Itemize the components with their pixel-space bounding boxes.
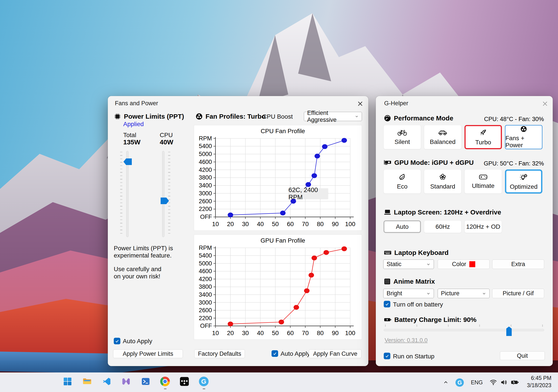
gpu-mode-heading-label: GPU Mode: iGPU + dGPU	[394, 159, 474, 166]
g-helper-button[interactable]: G	[198, 375, 210, 388]
leaf-icon	[398, 173, 406, 181]
keyboard-color-button[interactable]: Color	[438, 259, 489, 269]
wifi-icon	[489, 379, 497, 386]
vscode-button[interactable]	[101, 375, 113, 388]
g-helper-tray-button[interactable]: G	[455, 378, 464, 387]
mode-button-fans-power[interactable]: Fans + Power	[505, 125, 542, 149]
powershell-button[interactable]	[140, 375, 152, 388]
keyboard-mode-dropdown[interactable]: Static	[383, 259, 434, 269]
time-label: 6:45 PM	[527, 375, 551, 382]
visual-studio-button[interactable]	[120, 375, 132, 388]
file-explorer-button[interactable]	[81, 375, 93, 388]
keyboard-extra-button[interactable]: Extra	[492, 259, 544, 269]
gpu-button-standard[interactable]: Standard	[424, 169, 462, 194]
slider-track[interactable]	[384, 329, 544, 331]
anime-matrix-heading: Anime Matrix	[384, 278, 435, 285]
tray-chevron-button[interactable]	[441, 378, 450, 386]
total-value: 135W	[123, 138, 140, 146]
svg-text:5400: 5400	[199, 252, 212, 259]
svg-text:3800: 3800	[199, 174, 212, 181]
rocket-icon	[479, 128, 487, 137]
gpu-button-optimized[interactable]: Optimized	[505, 169, 542, 194]
svg-text:GPU Fan Profile: GPU Fan Profile	[261, 237, 305, 244]
matrix-mode-dropdown[interactable]: Picture	[438, 289, 489, 298]
g-helper-icon: G	[199, 377, 209, 386]
tidal-button[interactable]	[178, 375, 191, 388]
quit-button[interactable]: Quit	[500, 351, 545, 360]
close-button[interactable]	[355, 99, 365, 108]
svg-text:CPU Fan Profile: CPU Fan Profile	[261, 128, 305, 134]
start-button[interactable]	[61, 375, 74, 388]
language-label: ENG	[471, 379, 483, 386]
chevron-down-icon	[355, 114, 359, 119]
svg-text:40: 40	[257, 221, 264, 227]
battery-slider-thumb[interactable]	[506, 326, 512, 336]
bulb-gear-icon	[520, 173, 528, 181]
svg-text:100: 100	[345, 221, 355, 227]
file-explorer-icon	[82, 377, 92, 386]
battery-tray-button[interactable]	[510, 378, 520, 387]
matrix-brightness-dropdown[interactable]: Bright	[383, 289, 434, 298]
car-icon	[438, 129, 448, 136]
screen-button-120hz-od[interactable]: 120Hz + OD	[464, 220, 502, 233]
auto-apply-fan-checkbox[interactable]	[271, 350, 278, 357]
gpu-mode-heading: GPU Mode: iGPU + dGPU	[384, 159, 474, 166]
mode-button-silent[interactable]: Silent	[384, 125, 421, 149]
gpu-button-eco[interactable]: Eco	[384, 169, 421, 194]
cpu-boost-dropdown[interactable]: Efficient Aggressive	[304, 112, 362, 121]
run-on-startup-checkbox[interactable]	[384, 353, 390, 359]
auto-apply-power-checkbox[interactable]	[114, 338, 120, 344]
wifi-tray-button[interactable]	[488, 378, 498, 387]
tidal-icon	[180, 377, 189, 386]
battery-charge-limit-label: Battery Charge Limit: 90%	[394, 316, 476, 324]
auto-apply-fan-label: Auto Apply	[280, 350, 310, 357]
screen-button-60hz[interactable]: 60Hz	[424, 220, 462, 233]
svg-text:50: 50	[272, 221, 279, 227]
chrome-button[interactable]	[159, 375, 171, 388]
clock[interactable]: 6:45 PM 3/18/2023	[527, 375, 551, 389]
chrome-icon	[160, 377, 170, 386]
mode-button-turbo[interactable]: Turbo	[464, 125, 502, 149]
window-title: Fans and Power	[115, 100, 158, 107]
cpu-slider-thumb[interactable]	[161, 198, 169, 204]
svg-text:30: 30	[242, 330, 249, 336]
laptop-keyboard-heading-label: Laptop Keyboard	[394, 249, 449, 256]
battery-limit-slider[interactable]	[384, 325, 544, 336]
svg-text:20: 20	[227, 221, 234, 227]
total-power-slider[interactable]	[120, 151, 134, 237]
turn-off-on-battery-checkbox[interactable]	[384, 301, 390, 307]
total-slider-thumb[interactable]	[123, 158, 132, 165]
total-label: Total	[123, 132, 136, 139]
keyboard-mode-value: Static	[387, 261, 401, 268]
factory-defaults-button[interactable]: Factory Defaults	[194, 349, 245, 358]
matrix-picture-gif-button[interactable]: Picture / Gif	[492, 289, 544, 298]
screen-button-auto[interactable]: Auto	[384, 220, 421, 233]
svg-text:30: 30	[242, 221, 249, 227]
gpu-fan-chart[interactable]: OFF220026003000340038004200460050005400R…	[194, 235, 362, 340]
performance-mode-heading: Performance Mode	[384, 115, 453, 122]
check-icon	[385, 302, 389, 306]
g-helper-window: G-Helper Performance Mode CPU: 48°C - Fa…	[376, 96, 553, 366]
gpu-fan-chart-panel: OFF220026003000340038004200460050005400R…	[194, 234, 362, 340]
running-indicator	[203, 388, 205, 389]
slider-track[interactable]	[162, 151, 164, 237]
keyboard-icon	[384, 250, 392, 256]
applied-status: Applied	[123, 121, 144, 128]
language-indicator[interactable]: ENG	[470, 378, 484, 386]
cpu-fan-chart[interactable]: OFF220026003000340038004200460050005400R…	[194, 125, 362, 231]
vscode-icon	[102, 377, 111, 386]
svg-text:10: 10	[212, 221, 219, 227]
auto-apply-power-label: Auto Apply	[123, 338, 152, 345]
apply-fan-curve-button[interactable]: Apply Fan Curve	[309, 349, 362, 358]
apply-power-limits-button[interactable]: Apply Power Limits	[113, 349, 183, 358]
chevron-down-icon	[426, 262, 431, 267]
gpu-button-ultimate[interactable]: Ultimate	[464, 169, 502, 194]
mode-button-balanced[interactable]: Balanced	[424, 125, 462, 149]
volume-tray-button[interactable]	[499, 378, 509, 387]
cpu-power-slider[interactable]	[156, 151, 170, 237]
anime-matrix-heading-label: Anime Matrix	[393, 278, 435, 285]
version-link[interactable]: Version: 0.31.0.0	[385, 337, 427, 344]
close-button[interactable]	[540, 99, 550, 108]
gamepad-icon	[479, 174, 488, 180]
powershell-icon	[141, 377, 150, 386]
